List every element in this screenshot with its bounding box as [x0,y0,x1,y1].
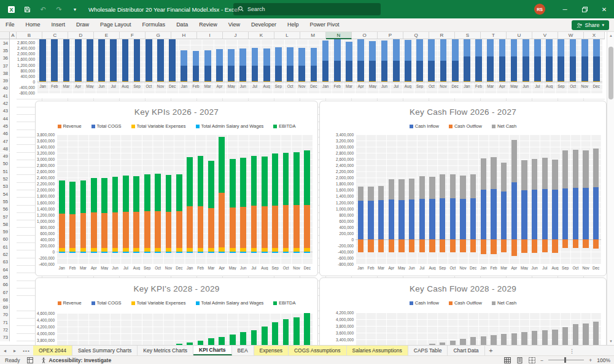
row-header-53[interactable]: 53 [0,183,10,190]
bar-segment-revenue[interactable] [69,214,76,249]
bar-segment-net-cash[interactable] [419,176,425,199]
bar-segment-revenue[interactable] [304,205,310,248]
sheet-tab-key-metrics-charts[interactable]: Key Metrics Charts [138,346,193,355]
bar-segment-series-1[interactable] [75,39,82,81]
excel-app-icon[interactable]: X [6,4,16,14]
bar-segment-total-variable-expenses[interactable] [262,248,268,252]
ribbon-tab-file[interactable]: File [0,18,20,31]
bar-segment-total-variable-expenses[interactable] [198,248,204,252]
bar-segment-series-2[interactable] [346,42,352,61]
bar-segment-total-admin-salary-and-wages[interactable] [69,252,76,253]
bar-segment-series-2[interactable] [263,48,270,66]
bar-segment-series-1[interactable] [416,61,423,81]
bar-segment-series-1[interactable] [464,56,470,81]
bar-segment-total-admin-salary-and-wages[interactable] [176,252,182,253]
bar-segment-cash-inflow[interactable] [583,188,588,239]
macro-record-icon[interactable] [26,357,34,363]
bar-segment-series-2[interactable] [228,49,235,65]
bar-segment-base[interactable] [122,81,129,82]
bar-segment-series-2[interactable] [511,39,518,56]
bar-segment-base[interactable] [204,81,211,82]
bar-segment-net-cash[interactable] [460,176,465,198]
bar-segment-total-variable-expenses[interactable] [293,248,300,252]
bar-segment-base[interactable] [39,81,46,82]
column-header-W[interactable]: W [558,32,584,39]
bar-segment-total-admin-salary-and-wages[interactable] [80,252,87,253]
bar-segment-net-cash[interactable] [593,322,599,345]
row-header-72[interactable]: 72 [0,326,10,333]
scroll-down-icon[interactable]: ▼ [607,338,614,345]
bar-segment-ebitda[interactable] [208,338,214,345]
bar-segment-net-cash[interactable] [491,157,496,189]
bar-segment-base[interactable] [252,81,258,82]
bar-segment-net-cash[interactable] [532,159,537,190]
bar-segment-cash-inflow[interactable] [419,199,425,239]
row-header-43[interactable]: 43 [0,107,10,115]
bar-segment-series-2[interactable] [523,39,529,56]
bar-segment-total-variable-expenses[interactable] [155,248,161,252]
bar-segment-series-1[interactable] [381,61,388,81]
bar-segment-revenue[interactable] [133,212,139,248]
bar-segment-total-admin-salary-and-wages[interactable] [262,252,268,254]
bar-segment-base[interactable] [581,81,588,82]
bar-segment-revenue[interactable] [208,208,214,248]
row-header-40[interactable]: 40 [0,85,10,92]
chart-kpi_2026[interactable]: Key KPIs 2026 - 2027RevenueTotal COGSTot… [35,101,318,276]
bar-segment-series-2[interactable] [381,41,388,61]
bar-segment-cash-outflow[interactable] [583,239,588,249]
bar-segment-series-2[interactable] [405,40,411,61]
bar-segment-series-1[interactable] [193,66,200,81]
row-header-61[interactable]: 61 [0,243,10,250]
bar-segment-ebitda[interactable] [176,174,182,211]
row-header-35[interactable]: 35 [0,47,10,54]
bar-segment-base[interactable] [499,81,506,82]
bar-segment-series-2[interactable] [275,47,282,65]
bar-segment-net-cash[interactable] [368,187,373,200]
bar-segment-cash-outflow[interactable] [491,239,496,255]
bar-segment-net-cash[interactable] [409,179,414,199]
bar-segment-ebitda[interactable] [112,177,119,212]
bar-segment-cash-inflow[interactable] [573,188,578,239]
bar-segment-series-1[interactable] [204,66,211,81]
bar-segment-revenue[interactable] [91,212,97,248]
bar-segment-cash-outflow[interactable] [521,239,527,254]
row-header-41[interactable]: 41 [0,92,10,99]
customize-toolbar-icon[interactable]: ▾ [70,4,80,14]
bar-segment-cash-outflow[interactable] [389,239,394,253]
bar-segment-series-1[interactable] [146,39,152,81]
bar-segment-ebitda[interactable] [133,176,139,212]
chart-kpi_2028[interactable]: Key KPI's 2028 - 2029RevenueTotal COGSTo… [35,277,318,345]
column-header-G[interactable]: G [146,32,171,39]
bar-segment-series-2[interactable] [181,50,187,66]
bar-segment-cash-outflow[interactable] [542,239,548,253]
bar-segment-revenue[interactable] [230,207,236,248]
bar-segment-total-admin-salary-and-wages[interactable] [91,252,97,253]
bar-segment-net-cash[interactable] [521,332,527,345]
bar-segment-base[interactable] [63,81,70,82]
bar-segment-cash-outflow[interactable] [450,239,456,253]
bar-segment-cash-outflow[interactable] [481,239,486,254]
bar-segment-ebitda[interactable] [283,153,289,205]
bar-segment-series-1[interactable] [263,66,270,81]
sheet-tab-cogs-assumptions[interactable]: COGS Assumptions [289,346,347,355]
bar-segment-series-2[interactable] [287,47,293,66]
bar-segment-cash-outflow[interactable] [440,239,445,253]
bar-segment-cash-outflow[interactable] [409,239,414,252]
sheet-tab-chart-data[interactable]: Chart Data [448,346,484,355]
bar-segment-series-2[interactable] [311,48,317,66]
bar-segment-total-admin-salary-and-wages[interactable] [230,252,236,254]
row-header-34[interactable]: 34 [0,39,10,47]
tabbar-options-icon[interactable]: ⋮ [569,346,575,356]
bar-segment-series-2[interactable] [357,39,364,61]
bar-segment-total-variable-expenses[interactable] [187,248,193,252]
ribbon-tab-help[interactable]: Help [282,18,305,31]
bar-segment-total-variable-expenses[interactable] [283,248,289,252]
bar-segment-total-variable-expenses[interactable] [208,248,214,252]
bar-segment-cash-inflow[interactable] [521,190,527,239]
bar-segment-base[interactable] [216,81,223,82]
bar-segment-cash-inflow[interactable] [501,192,507,239]
bar-segment-series-2[interactable] [416,39,423,61]
bar-segment-base[interactable] [110,81,117,82]
bar-segment-revenue[interactable] [240,207,246,248]
row-header-50[interactable]: 50 [0,160,10,168]
